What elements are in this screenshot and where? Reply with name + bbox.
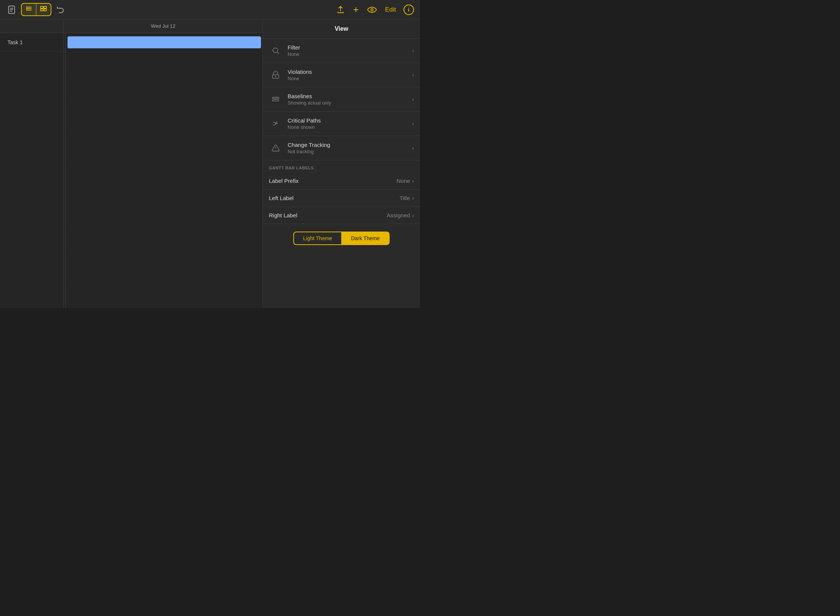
left-label-value: Title [400,195,410,201]
gantt-bar-labels-header: GANTT BAR LABELS [263,160,420,172]
svg-rect-19 [273,97,279,99]
svg-line-16 [277,52,279,54]
toolbar: + Edit i [0,0,420,19]
svg-point-14 [371,9,373,11]
svg-rect-8 [26,8,27,9]
list-view-button[interactable] [22,4,36,15]
eye-button[interactable] [366,4,378,15]
label-prefix-right: None › [396,178,414,184]
svg-rect-9 [26,9,27,10]
baselines-item[interactable]: Baselines Showing actual only › [263,87,420,112]
document-button[interactable] [6,4,17,15]
svg-rect-7 [26,6,27,7]
right-label-value: Assigned [387,212,410,218]
svg-rect-11 [44,6,46,8]
change-tracking-chevron: › [412,145,414,151]
main-content: Task 1 Wed Jul 12 View Filter None [0,19,420,308]
change-tracking-title: Change Tracking [288,142,412,148]
right-label-right: Assigned › [387,212,414,218]
add-button[interactable]: + [352,3,360,16]
gantt-date-header: Wed Jul 12 [64,19,262,33]
filter-chevron: › [412,48,414,54]
baselines-icon [269,93,282,106]
right-label-row[interactable]: Right Label Assigned › [263,207,420,224]
violations-item[interactable]: Violations None › [263,63,420,87]
change-tracking-item[interactable]: Change Tracking Not tracking › [263,136,420,160]
today-line [65,33,66,308]
svg-rect-10 [40,6,43,8]
gantt-chart[interactable]: Wed Jul 12 [64,19,262,308]
left-label-right: Title › [400,195,414,201]
baselines-title: Baselines [288,93,412,99]
gantt-task-list: Task 1 [0,19,64,308]
violations-icon [269,68,282,82]
violations-chevron: › [412,72,414,78]
view-panel: View Filter None › [262,19,420,308]
share-button[interactable] [335,4,346,15]
label-prefix-row[interactable]: Label Prefix None › [263,172,420,190]
right-label-title: Right Label [269,212,297,218]
task1-name: Task 1 [8,39,22,45]
critical-paths-content: Critical Paths None shown [288,117,412,130]
filter-value: None [288,51,412,57]
filter-content: Filter None [288,44,412,57]
toolbar-right: + Edit i [335,3,414,16]
svg-point-18 [275,76,276,77]
task1-gantt-bar[interactable] [68,36,261,48]
label-prefix-title: Label Prefix [269,178,298,184]
critical-paths-title: Critical Paths [288,117,412,124]
filter-item[interactable]: Filter None › [263,39,420,63]
undo-button[interactable] [55,4,66,15]
baselines-chevron: › [412,96,414,102]
critical-paths-icon [269,117,282,130]
critical-paths-chevron: › [412,121,414,127]
svg-rect-12 [40,9,43,11]
dark-theme-button[interactable]: Dark Theme [342,232,390,245]
left-label-chevron: › [412,195,414,201]
view-toggle-group [21,3,51,16]
right-label-chevron: › [412,212,414,218]
gantt-bar-row-1[interactable] [64,33,262,52]
svg-rect-13 [44,9,46,11]
violations-value: None [288,76,412,81]
label-prefix-value: None [396,178,410,184]
critical-paths-value: None shown [288,124,412,130]
theme-buttons-container: Light Theme Dark Theme [263,224,420,253]
view-panel-title: View [263,19,420,39]
baselines-content: Baselines Showing actual only [288,93,412,106]
grid-view-button[interactable] [36,4,51,15]
baselines-value: Showing actual only [288,100,412,106]
label-prefix-chevron: › [412,178,414,184]
left-label-title: Left Label [269,195,294,201]
change-tracking-icon [269,141,282,155]
change-tracking-content: Change Tracking Not tracking [288,142,412,154]
svg-point-15 [273,48,278,53]
toolbar-left [6,3,66,16]
edit-button[interactable]: Edit [384,5,397,14]
task-row-1: Task 1 [0,33,63,52]
change-tracking-value: Not tracking [288,149,412,154]
critical-paths-item[interactable]: Critical Paths None shown › [263,112,420,136]
gantt-header-left [0,19,63,33]
svg-rect-20 [273,100,279,101]
violations-content: Violations None [288,69,412,81]
left-label-row[interactable]: Left Label Title › [263,190,420,207]
filter-icon [269,44,282,57]
violations-title: Violations [288,69,412,75]
light-theme-button[interactable]: Light Theme [293,232,342,245]
info-button[interactable]: i [404,4,414,15]
filter-title: Filter [288,44,412,51]
